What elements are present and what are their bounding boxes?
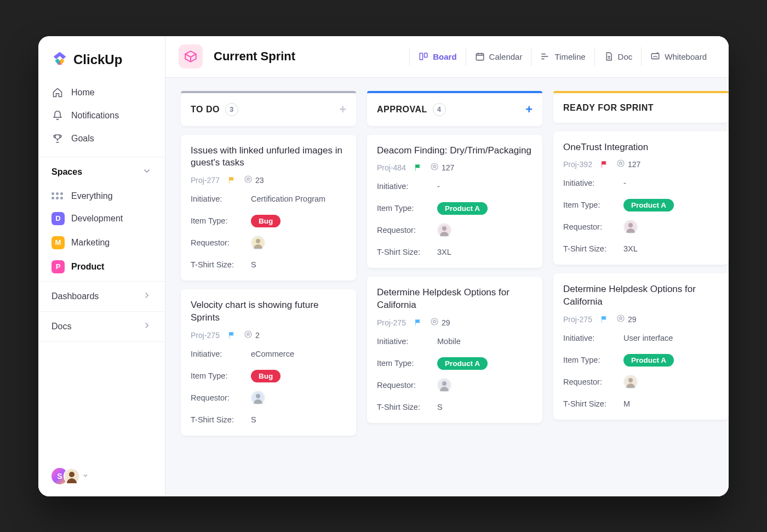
field-value-tshirt: S bbox=[437, 403, 533, 411]
nav-docs[interactable]: Docs bbox=[38, 311, 165, 342]
svg-point-19 bbox=[628, 378, 633, 382]
space-development[interactable]: D Development bbox=[46, 207, 157, 231]
svg-rect-5 bbox=[425, 53, 427, 58]
points-value: 29 bbox=[628, 315, 637, 324]
field-label-requestor: Requestor: bbox=[191, 393, 251, 402]
flag-icon[interactable] bbox=[600, 315, 609, 324]
nav-notifications[interactable]: Notifications bbox=[46, 104, 157, 127]
space-label: Development bbox=[71, 214, 123, 224]
column-header[interactable]: TO DO3+ bbox=[181, 93, 356, 126]
column-title: READY FOR SPRINT bbox=[563, 103, 654, 113]
points: 2 bbox=[244, 330, 260, 340]
view-label: Calendar bbox=[489, 52, 523, 61]
section-link-label: Dashboards bbox=[51, 291, 99, 301]
field-value-item-type: Product A bbox=[437, 202, 533, 215]
primary-nav: Home Notifications Goals bbox=[38, 79, 165, 152]
view-calendar[interactable]: Calendar bbox=[466, 47, 531, 66]
field-value-requestor bbox=[437, 223, 533, 238]
add-card-button[interactable]: + bbox=[339, 104, 346, 116]
field-label-item-type: Item Type: bbox=[191, 216, 251, 225]
field-value-tshirt: M bbox=[623, 399, 719, 408]
timeline-icon bbox=[540, 52, 550, 61]
kanban-card[interactable]: OneTrust Integration Proj-392 127 Initia… bbox=[553, 131, 729, 265]
avatar-icon bbox=[251, 391, 265, 405]
view-doc[interactable]: Doc bbox=[594, 47, 642, 66]
nav-goals[interactable]: Goals bbox=[46, 127, 157, 150]
kanban-card[interactable]: Issues with linked unfurled images in gu… bbox=[181, 135, 356, 281]
field-label-requestor: Requestor: bbox=[563, 377, 623, 386]
nav-label: Home bbox=[71, 88, 95, 98]
star-icon bbox=[244, 175, 253, 185]
flag-icon[interactable] bbox=[227, 331, 236, 340]
kanban-card[interactable]: Deacom Finding: Dry/Trim/Packaging Proj-… bbox=[367, 135, 542, 268]
card-title: Issues with linked unfurled images in gu… bbox=[191, 145, 346, 170]
svg-point-15 bbox=[442, 381, 447, 386]
board: TO DO3+ Issues with linked unfurled imag… bbox=[165, 78, 729, 496]
field-value-requestor bbox=[623, 375, 719, 390]
space-list: Everything D Development M Marketing P P… bbox=[38, 184, 165, 281]
chevron-down-icon bbox=[82, 471, 89, 481]
space-everything[interactable]: Everything bbox=[46, 186, 157, 207]
page-title: Current Sprint bbox=[214, 49, 295, 64]
board-column: APPROVAL4+ Deacom Finding: Dry/Trim/Pack… bbox=[367, 93, 542, 496]
bell-icon bbox=[51, 110, 64, 122]
field-label-requestor: Requestor: bbox=[191, 238, 251, 247]
column-header[interactable]: READY FOR SPRINT bbox=[553, 93, 729, 123]
view-label: Board bbox=[433, 52, 456, 61]
svg-text:S: S bbox=[57, 472, 62, 480]
avatar-icon bbox=[623, 220, 638, 234]
nav-label: Goals bbox=[71, 134, 94, 144]
field-label-item-type: Item Type: bbox=[191, 371, 251, 380]
flag-icon[interactable] bbox=[414, 163, 422, 172]
field-value-requestor bbox=[623, 220, 719, 234]
field-label-requestor: Requestor: bbox=[377, 381, 437, 390]
field-value-item-type: Bug bbox=[251, 370, 346, 382]
field-value-requestor bbox=[251, 391, 346, 405]
topbar: Current Sprint Board Calendar bbox=[165, 36, 729, 78]
view-board[interactable]: Board bbox=[409, 47, 465, 66]
nav-home[interactable]: Home bbox=[46, 81, 157, 104]
view-whiteboard[interactable]: Whiteboard bbox=[641, 47, 716, 66]
flag-icon[interactable] bbox=[227, 176, 236, 185]
card-meta: Proj-277 23 bbox=[191, 175, 346, 185]
points: 127 bbox=[616, 159, 640, 169]
field-value-item-type: Product A bbox=[623, 354, 719, 367]
section-link-label: Docs bbox=[51, 322, 71, 331]
card-title: Determine Helpdesk Options for Californi… bbox=[563, 283, 719, 308]
flag-icon[interactable] bbox=[600, 160, 609, 169]
card-project-id: Proj-392 bbox=[563, 160, 592, 169]
avatar-icon bbox=[437, 223, 451, 237]
chevron-down-icon bbox=[142, 166, 152, 178]
add-card-button[interactable]: + bbox=[525, 104, 533, 116]
space-badge-icon: M bbox=[51, 236, 65, 249]
space-badge-icon: D bbox=[51, 212, 65, 225]
field-value-tshirt: 3XL bbox=[623, 244, 719, 253]
kanban-card[interactable]: Velocity chart is showing future Sprints… bbox=[181, 289, 356, 436]
flag-icon[interactable] bbox=[414, 318, 422, 327]
column-header[interactable]: APPROVAL4+ bbox=[367, 93, 542, 126]
field-label-initiative: Initiative: bbox=[563, 179, 623, 187]
points-value: 127 bbox=[442, 163, 454, 172]
avatar-stack[interactable]: S bbox=[51, 468, 89, 484]
kanban-card[interactable]: Determine Helpdesk Options for Californi… bbox=[367, 277, 542, 423]
svg-rect-4 bbox=[420, 53, 422, 60]
spaces-header[interactable]: Spaces bbox=[38, 157, 165, 184]
board-column: READY FOR SPRINT OneTrust Integration Pr… bbox=[553, 93, 729, 496]
field-value-initiative: Certification Program bbox=[251, 195, 346, 203]
calendar-icon bbox=[475, 52, 485, 61]
logo-text: ClickUp bbox=[73, 52, 122, 67]
space-marketing[interactable]: M Marketing bbox=[46, 231, 157, 255]
kanban-card[interactable]: Determine Helpdesk Options for Californi… bbox=[553, 273, 729, 420]
card-meta: Proj-275 2 bbox=[191, 330, 346, 340]
space-label: Product bbox=[71, 262, 104, 272]
nav-dashboards[interactable]: Dashboards bbox=[38, 281, 165, 311]
view-timeline[interactable]: Timeline bbox=[531, 47, 594, 66]
svg-point-9 bbox=[256, 239, 260, 243]
whiteboard-icon bbox=[650, 52, 660, 61]
space-product[interactable]: P Product bbox=[46, 255, 157, 279]
space-label: Everything bbox=[71, 191, 113, 201]
field-value-item-type: Bug bbox=[251, 215, 346, 227]
logo[interactable]: ClickUp bbox=[38, 47, 165, 79]
grid-icon bbox=[51, 192, 65, 199]
points: 29 bbox=[616, 314, 637, 324]
